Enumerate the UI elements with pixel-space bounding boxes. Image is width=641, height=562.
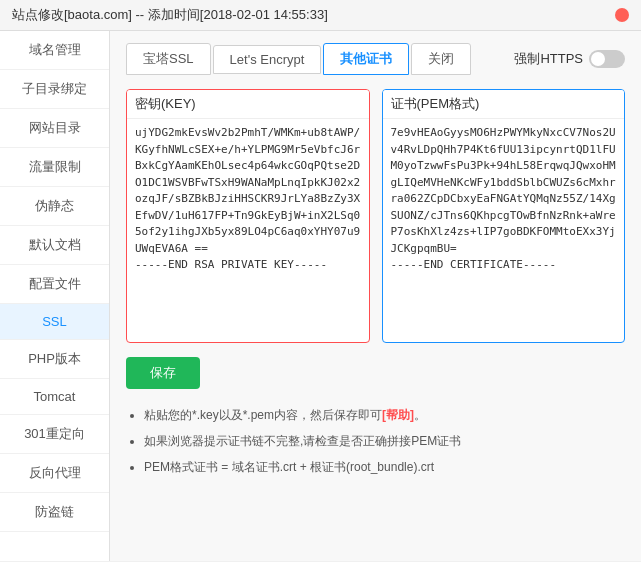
sidebar-item-default-doc[interactable]: 默认文档 [0, 226, 109, 265]
cert-textarea[interactable] [383, 119, 625, 339]
force-https-toggle-group: 强制HTTPS [514, 50, 625, 68]
note-item-2: 如果浏览器提示证书链不完整,请检查是否正确拼接PEM证书 [144, 429, 625, 453]
close-window-button[interactable] [615, 8, 629, 22]
tab-baota-ssl[interactable]: 宝塔SSL [126, 43, 211, 75]
sidebar-item-ssl[interactable]: SSL [0, 304, 109, 340]
sidebar-item-fake-static[interactable]: 伪静态 [0, 187, 109, 226]
cert-pem-box-title: 证书(PEM格式) [383, 90, 625, 119]
note-1-text: 粘贴您的*.key以及*.pem内容，然后保存即可 [144, 408, 382, 422]
key-textarea[interactable] [127, 119, 369, 339]
title-bar: 站点修改[baota.com] -- 添加时间[2018-02-01 14:55… [0, 0, 641, 31]
save-button[interactable]: 保存 [126, 357, 200, 389]
window-title: 站点修改[baota.com] -- 添加时间[2018-02-01 14:55… [12, 6, 328, 24]
force-https-toggle[interactable] [589, 50, 625, 68]
notes-section: 粘贴您的*.key以及*.pem内容，然后保存即可[帮助]。 如果浏览器提示证书… [126, 403, 625, 479]
note-item-3: PEM格式证书 = 域名证书.crt + 根证书(root_bundle).cr… [144, 455, 625, 479]
sidebar-item-php[interactable]: PHP版本 [0, 340, 109, 379]
cert-pem-box: 证书(PEM格式) [382, 89, 626, 343]
sidebar-item-config[interactable]: 配置文件 [0, 265, 109, 304]
sidebar-item-flow[interactable]: 流量限制 [0, 148, 109, 187]
toggle-knob [591, 52, 605, 66]
cert-row: 密钥(KEY) 证书(PEM格式) [126, 89, 625, 343]
sidebar-item-tomcat[interactable]: Tomcat [0, 379, 109, 415]
tab-lets-encrypt[interactable]: Let's Encrypt [213, 45, 322, 74]
sidebar-item-redirect[interactable]: 301重定向 [0, 415, 109, 454]
sidebar-item-subdir[interactable]: 子目录绑定 [0, 70, 109, 109]
tab-close[interactable]: 关闭 [411, 43, 471, 75]
key-box: 密钥(KEY) [126, 89, 370, 343]
help-link[interactable]: [帮助] [382, 408, 414, 422]
sidebar-item-reverse-proxy[interactable]: 反向代理 [0, 454, 109, 493]
app-layout: 域名管理子目录绑定网站目录流量限制伪静态默认文档配置文件SSLPHP版本Tomc… [0, 31, 641, 561]
sidebar-item-domain[interactable]: 域名管理 [0, 31, 109, 70]
note-2-text: 如果浏览器提示证书链不完整,请检查是否正确拼接PEM证书 [144, 434, 461, 448]
key-box-title: 密钥(KEY) [127, 90, 369, 119]
note-item-1: 粘贴您的*.key以及*.pem内容，然后保存即可[帮助]。 [144, 403, 625, 427]
tab-other-cert[interactable]: 其他证书 [323, 43, 409, 75]
note-1-suffix: 。 [414, 408, 426, 422]
sidebar-item-sitelist[interactable]: 网站目录 [0, 109, 109, 148]
sidebar-item-hotlink[interactable]: 防盗链 [0, 493, 109, 532]
force-https-label: 强制HTTPS [514, 50, 583, 68]
ssl-tabs: 宝塔SSLLet's Encrypt其他证书关闭 强制HTTPS [126, 43, 625, 75]
note-3-text: PEM格式证书 = 域名证书.crt + 根证书(root_bundle).cr… [144, 460, 434, 474]
sidebar: 域名管理子目录绑定网站目录流量限制伪静态默认文档配置文件SSLPHP版本Tomc… [0, 31, 110, 561]
main-content: 宝塔SSLLet's Encrypt其他证书关闭 强制HTTPS 密钥(KEY)… [110, 31, 641, 561]
